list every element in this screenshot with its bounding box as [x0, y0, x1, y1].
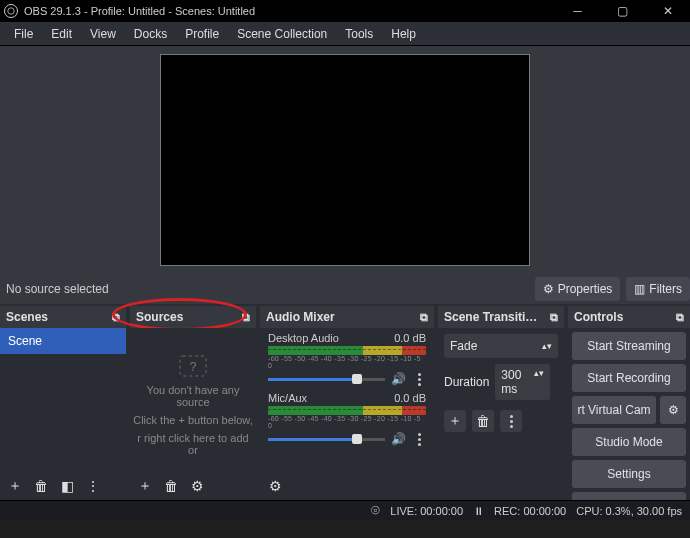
- audio-channel-db: 0.0 dB: [394, 392, 426, 404]
- menu-file[interactable]: File: [6, 23, 41, 45]
- audio-channel-desktop: Desktop Audio 0.0 dB -60 -55 -50 -45 -40…: [260, 328, 434, 388]
- sources-dock: Sources ⧉ ? You don't have any source Cl…: [130, 306, 256, 500]
- volume-slider[interactable]: [268, 438, 385, 441]
- menu-scene-collection[interactable]: Scene Collection: [229, 23, 335, 45]
- audio-channel-db: 0.0 dB: [394, 332, 426, 344]
- close-button[interactable]: ✕: [645, 0, 690, 22]
- preview-area: [0, 46, 690, 274]
- chevron-updown-icon: ▴▾: [534, 368, 544, 396]
- add-source-button[interactable]: ＋: [134, 475, 156, 497]
- svg-text:?: ?: [190, 360, 197, 374]
- chevron-updown-icon: ▴▾: [542, 341, 552, 351]
- controls-header[interactable]: Controls ⧉: [568, 306, 690, 328]
- virtual-cam-button[interactable]: rt Virtual Cam: [572, 396, 656, 424]
- transitions-dock: Scene Transiti… ⧉ Fade ▴▾ Duration 300 m…: [438, 306, 564, 500]
- audio-more-button[interactable]: [412, 432, 426, 446]
- sources-header[interactable]: Sources ⧉: [130, 306, 256, 328]
- maximize-button[interactable]: ▢: [600, 0, 645, 22]
- menu-tools[interactable]: Tools: [337, 23, 381, 45]
- question-placeholder-icon: ?: [178, 354, 208, 378]
- menubar: File Edit View Docks Profile Scene Colle…: [0, 22, 690, 46]
- docks-row: Scenes ⧉ Scene ＋ 🗑 ◧ ⋮ Sources ⧉ ? You d…: [0, 304, 690, 500]
- svg-point-0: [8, 8, 14, 14]
- menu-help[interactable]: Help: [383, 23, 424, 45]
- sources-toolbar: ＋ 🗑 ⚙: [130, 472, 256, 500]
- settings-button[interactable]: Settings: [572, 460, 686, 488]
- popout-icon[interactable]: ⧉: [676, 311, 684, 324]
- minimize-button[interactable]: ─: [555, 0, 600, 22]
- popout-icon[interactable]: ⧉: [420, 311, 428, 324]
- status-rec: REC: 00:00:00: [494, 505, 566, 517]
- source-settings-button[interactable]: ⚙: [186, 475, 208, 497]
- gear-icon: ⚙: [543, 282, 554, 296]
- window-title: OBS 29.1.3 - Profile: Untitled - Scenes:…: [24, 5, 555, 17]
- scenes-dock: Scenes ⧉ Scene ＋ 🗑 ◧ ⋮: [0, 306, 126, 500]
- duration-label: Duration: [444, 375, 489, 389]
- broadcast-icon: ⦾: [371, 504, 380, 517]
- menu-docks[interactable]: Docks: [126, 23, 175, 45]
- virtual-cam-settings-button[interactable]: ⚙: [660, 396, 686, 424]
- audio-toolbar: ⚙: [260, 472, 434, 500]
- no-source-label: No source selected: [6, 282, 109, 296]
- audio-channel-mic: Mic/Aux 0.0 dB -60 -55 -50 -45 -40 -35 -…: [260, 388, 434, 448]
- audio-meter: [268, 346, 426, 355]
- transition-select[interactable]: Fade ▴▾: [444, 334, 558, 358]
- menu-edit[interactable]: Edit: [43, 23, 80, 45]
- volume-slider[interactable]: [268, 378, 385, 381]
- source-properties-row: No source selected ⚙ Properties ▥ Filter…: [0, 274, 690, 304]
- popout-icon[interactable]: ⧉: [550, 311, 558, 324]
- speaker-icon[interactable]: 🔊: [391, 432, 406, 446]
- audio-advanced-button[interactable]: ⚙: [264, 475, 286, 497]
- popout-icon[interactable]: ⧉: [242, 311, 250, 324]
- popout-icon[interactable]: ⧉: [112, 311, 120, 324]
- titlebar: OBS 29.1.3 - Profile: Untitled - Scenes:…: [0, 0, 690, 22]
- add-scene-button[interactable]: ＋: [4, 475, 26, 497]
- audio-meter: [268, 406, 426, 415]
- speaker-icon[interactable]: 🔊: [391, 372, 406, 386]
- audio-mixer-dock: Audio Mixer ⧉ Desktop Audio 0.0 dB -60 -…: [260, 306, 434, 500]
- preview-canvas[interactable]: [160, 54, 530, 266]
- scene-up-down-button[interactable]: ⋮: [82, 475, 104, 497]
- controls-dock: Controls ⧉ Start Streaming Start Recordi…: [568, 306, 690, 500]
- audio-scale: -60 -55 -50 -45 -40 -35 -30 -25 -20 -15 …: [268, 415, 426, 429]
- exit-button[interactable]: Exit: [572, 492, 686, 500]
- transitions-header[interactable]: Scene Transiti… ⧉: [438, 306, 564, 328]
- menu-profile[interactable]: Profile: [177, 23, 227, 45]
- delete-scene-button[interactable]: 🗑: [30, 475, 52, 497]
- scene-filter-button[interactable]: ◧: [56, 475, 78, 497]
- pause-icon: ⏸: [473, 505, 484, 517]
- delete-source-button[interactable]: 🗑: [160, 475, 182, 497]
- add-transition-button[interactable]: ＋: [444, 410, 466, 432]
- transition-more-button[interactable]: [500, 410, 522, 432]
- status-live: LIVE: 00:00:00: [390, 505, 463, 517]
- properties-button[interactable]: ⚙ Properties: [535, 277, 621, 301]
- delete-transition-button[interactable]: 🗑: [472, 410, 494, 432]
- start-streaming-button[interactable]: Start Streaming: [572, 332, 686, 360]
- scenes-header[interactable]: Scenes ⧉: [0, 306, 126, 328]
- menu-view[interactable]: View: [82, 23, 124, 45]
- audio-more-button[interactable]: [412, 372, 426, 386]
- audio-scale: -60 -55 -50 -45 -40 -35 -30 -25 -20 -15 …: [268, 355, 426, 369]
- sources-empty-state: ? You don't have any source Click the + …: [130, 328, 256, 456]
- start-recording-button[interactable]: Start Recording: [572, 364, 686, 392]
- studio-mode-button[interactable]: Studio Mode: [572, 428, 686, 456]
- status-cpu: CPU: 0.3%, 30.00 fps: [576, 505, 682, 517]
- scenes-toolbar: ＋ 🗑 ◧ ⋮: [0, 472, 126, 500]
- filters-icon: ▥: [634, 282, 645, 296]
- audio-channel-name: Mic/Aux: [268, 392, 307, 404]
- scene-item[interactable]: Scene: [0, 328, 126, 354]
- statusbar: ⦾ LIVE: 00:00:00 ⏸ REC: 00:00:00 CPU: 0.…: [0, 500, 690, 520]
- audio-mixer-header[interactable]: Audio Mixer ⧉: [260, 306, 434, 328]
- filters-button[interactable]: ▥ Filters: [626, 277, 690, 301]
- duration-input[interactable]: 300 ms ▴▾: [495, 364, 550, 400]
- app-logo: [4, 4, 18, 18]
- audio-channel-name: Desktop Audio: [268, 332, 339, 344]
